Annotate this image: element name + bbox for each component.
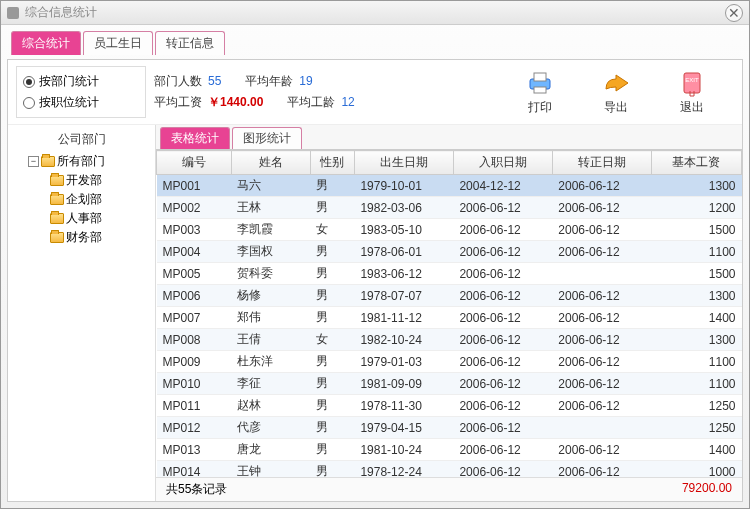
table-cell: 2006-06-12 [552, 351, 651, 373]
table-cell: 2006-06-12 [453, 285, 552, 307]
table-cell: 男 [310, 175, 354, 197]
table-cell: 男 [310, 307, 354, 329]
table-cell: 2006-06-12 [453, 395, 552, 417]
table-cell: 2006-06-12 [453, 461, 552, 478]
table-cell: MP005 [157, 263, 232, 285]
table-cell: 代彦 [231, 417, 310, 439]
tree-node[interactable]: 人事部 [10, 209, 153, 228]
mid-split: 公司部门 − 所有部门 开发部企划部人事部财务部 表格统计图形统计 编号姓名性别… [8, 125, 742, 501]
table-cell: 2006-06-12 [453, 439, 552, 461]
radio-by-dept[interactable]: 按部门统计 [23, 71, 139, 92]
column-header[interactable]: 编号 [157, 151, 232, 175]
exit-button[interactable]: EXIT 退出 [666, 69, 718, 116]
table-cell: 2006-06-12 [453, 417, 552, 439]
table-footer: 共55条记录 79200.00 [156, 477, 742, 501]
exit-icon: EXIT [676, 69, 708, 97]
column-header[interactable]: 出生日期 [354, 151, 453, 175]
window-title: 综合信息统计 [25, 4, 725, 21]
table-cell: 2006-06-12 [552, 373, 651, 395]
outer-tab[interactable]: 综合统计 [11, 31, 81, 55]
column-header[interactable]: 性别 [310, 151, 354, 175]
table-cell: 1250 [651, 417, 741, 439]
table-row[interactable]: MP012代彦男1979-04-152006-06-121250 [157, 417, 742, 439]
table-row[interactable]: MP009杜东洋男1979-01-032006-06-122006-06-121… [157, 351, 742, 373]
tree-node[interactable]: 开发部 [10, 171, 153, 190]
table-row[interactable]: MP003李凯霞女1983-05-102006-06-122006-06-121… [157, 219, 742, 241]
table-cell: 2006-06-12 [453, 219, 552, 241]
inner-tab[interactable]: 表格统计 [160, 127, 230, 149]
table-scroll[interactable]: 编号姓名性别出生日期入职日期转正日期基本工资 MP001马六男1979-10-0… [156, 149, 742, 477]
print-button[interactable]: 打印 [514, 69, 566, 116]
radio-by-job[interactable]: 按职位统计 [23, 92, 139, 113]
table-cell: 1983-05-10 [354, 219, 453, 241]
table-cell: 1100 [651, 351, 741, 373]
content-area: 综合统计员工生日转正信息 按部门统计 按职位统计 部门人数 [1, 25, 749, 508]
table-cell: 男 [310, 263, 354, 285]
table-cell: 男 [310, 439, 354, 461]
table-cell: MP007 [157, 307, 232, 329]
table-row[interactable]: MP008王倩女1982-10-242006-06-122006-06-1213… [157, 329, 742, 351]
table-cell: 2006-06-12 [453, 373, 552, 395]
folder-icon [50, 175, 64, 186]
table-cell: 王倩 [231, 329, 310, 351]
table-cell: MP014 [157, 461, 232, 478]
table-row[interactable]: MP011赵林男1978-11-302006-06-122006-06-1212… [157, 395, 742, 417]
toolbar: 打印 导出 EXIT 退出 [514, 69, 734, 116]
table-cell: 2006-06-12 [552, 439, 651, 461]
app-icon [7, 7, 19, 19]
outer-tab[interactable]: 转正信息 [155, 31, 225, 55]
main-panel: 按部门统计 按职位统计 部门人数 55 平均年龄 19 [7, 59, 743, 502]
table-cell: 女 [310, 329, 354, 351]
table-row[interactable]: MP004李国权男1978-06-012006-06-122006-06-121… [157, 241, 742, 263]
table-row[interactable]: MP010李征男1981-09-092006-06-122006-06-1211… [157, 373, 742, 395]
column-header[interactable]: 姓名 [231, 151, 310, 175]
table-cell: 李国权 [231, 241, 310, 263]
table-row[interactable]: MP002王林男1982-03-062006-06-122006-06-1212… [157, 197, 742, 219]
table-row[interactable]: MP013唐龙男1981-10-242006-06-122006-06-1214… [157, 439, 742, 461]
tree-header: 公司部门 [10, 129, 153, 152]
table-row[interactable]: MP001马六男1979-10-012004-12-122006-06-1213… [157, 175, 742, 197]
table-cell: 2006-06-12 [453, 351, 552, 373]
stat-avg-seniority: 平均工龄 12 [287, 94, 354, 111]
tree-root[interactable]: − 所有部门 [10, 152, 153, 171]
tree-node[interactable]: 财务部 [10, 228, 153, 247]
table-cell: 1981-09-09 [354, 373, 453, 395]
table-cell: MP004 [157, 241, 232, 263]
table-cell: 2006-06-12 [552, 219, 651, 241]
table-cell: MP001 [157, 175, 232, 197]
close-button[interactable]: ✕ [725, 4, 743, 22]
table-cell: 王钟 [231, 461, 310, 478]
table-cell: 1500 [651, 219, 741, 241]
radio-label: 按部门统计 [39, 73, 99, 90]
table-cell: 2006-06-12 [552, 175, 651, 197]
table-cell: 1000 [651, 461, 741, 478]
row-count-text: 共55条记录 [166, 481, 227, 498]
table-cell: 2006-06-12 [552, 395, 651, 417]
table-cell: 2006-06-12 [552, 329, 651, 351]
table-cell: 2006-06-12 [552, 241, 651, 263]
table-cell: 1982-10-24 [354, 329, 453, 351]
table-cell: MP010 [157, 373, 232, 395]
table-cell: 1200 [651, 197, 741, 219]
column-header[interactable]: 入职日期 [453, 151, 552, 175]
radio-label: 按职位统计 [39, 94, 99, 111]
table-row[interactable]: MP014王钟男1978-12-242006-06-122006-06-1210… [157, 461, 742, 478]
column-header[interactable]: 转正日期 [552, 151, 651, 175]
table-body: MP001马六男1979-10-012004-12-122006-06-1213… [157, 175, 742, 478]
table-cell: 男 [310, 461, 354, 478]
table-cell: MP003 [157, 219, 232, 241]
svg-text:EXIT: EXIT [685, 77, 699, 83]
table-row[interactable]: MP005贺科委男1983-06-122006-06-121500 [157, 263, 742, 285]
column-header[interactable]: 基本工资 [651, 151, 741, 175]
table-cell: 1300 [651, 329, 741, 351]
table-row[interactable]: MP006杨修男1978-07-072006-06-122006-06-1213… [157, 285, 742, 307]
table-cell: 2006-06-12 [453, 241, 552, 263]
export-button[interactable]: 导出 [590, 69, 642, 116]
table-row[interactable]: MP007郑伟男1981-11-122006-06-122006-06-1214… [157, 307, 742, 329]
tree-node[interactable]: 企划部 [10, 190, 153, 209]
collapse-icon[interactable]: − [28, 156, 39, 167]
outer-tab[interactable]: 员工生日 [83, 31, 153, 55]
table-cell: 1978-06-01 [354, 241, 453, 263]
inner-tab[interactable]: 图形统计 [232, 127, 302, 149]
table-cell: 男 [310, 395, 354, 417]
